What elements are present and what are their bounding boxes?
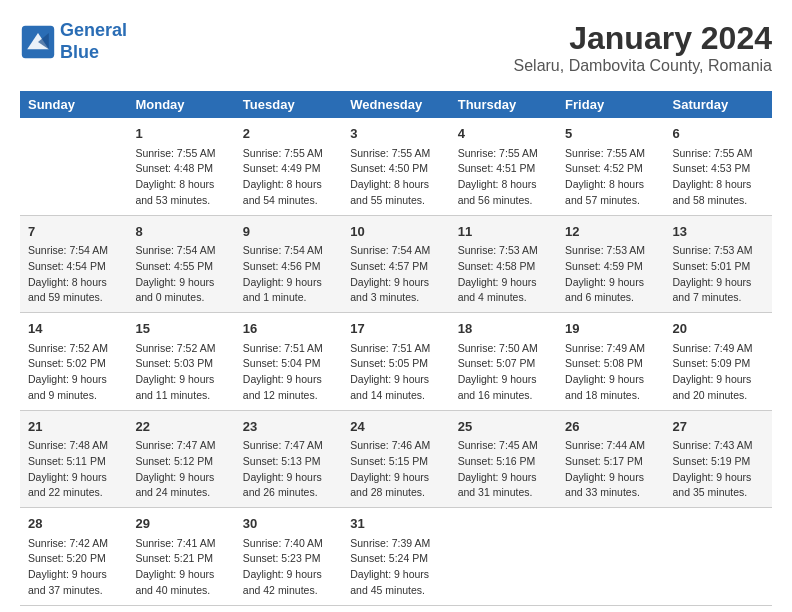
day-number: 7 — [28, 222, 119, 242]
day-cell: 27Sunrise: 7:43 AMSunset: 5:19 PMDayligh… — [665, 410, 772, 508]
logo-icon — [20, 24, 56, 60]
week-row-2: 7Sunrise: 7:54 AMSunset: 4:54 PMDaylight… — [20, 215, 772, 313]
day-number: 11 — [458, 222, 549, 242]
day-cell: 21Sunrise: 7:48 AMSunset: 5:11 PMDayligh… — [20, 410, 127, 508]
week-row-5: 28Sunrise: 7:42 AMSunset: 5:20 PMDayligh… — [20, 508, 772, 606]
day-info: Sunrise: 7:53 AMSunset: 4:59 PMDaylight:… — [565, 243, 656, 306]
day-info: Sunrise: 7:48 AMSunset: 5:11 PMDaylight:… — [28, 438, 119, 501]
day-cell: 17Sunrise: 7:51 AMSunset: 5:05 PMDayligh… — [342, 313, 449, 411]
day-info: Sunrise: 7:45 AMSunset: 5:16 PMDaylight:… — [458, 438, 549, 501]
day-cell: 25Sunrise: 7:45 AMSunset: 5:16 PMDayligh… — [450, 410, 557, 508]
day-info: Sunrise: 7:55 AMSunset: 4:53 PMDaylight:… — [673, 146, 764, 209]
day-number: 26 — [565, 417, 656, 437]
logo-line2: Blue — [60, 42, 99, 62]
day-info: Sunrise: 7:55 AMSunset: 4:50 PMDaylight:… — [350, 146, 441, 209]
day-number: 27 — [673, 417, 764, 437]
day-number: 17 — [350, 319, 441, 339]
day-number: 24 — [350, 417, 441, 437]
day-number: 10 — [350, 222, 441, 242]
day-info: Sunrise: 7:55 AMSunset: 4:51 PMDaylight:… — [458, 146, 549, 209]
day-info: Sunrise: 7:39 AMSunset: 5:24 PMDaylight:… — [350, 536, 441, 599]
day-info: Sunrise: 7:52 AMSunset: 5:02 PMDaylight:… — [28, 341, 119, 404]
day-cell: 16Sunrise: 7:51 AMSunset: 5:04 PMDayligh… — [235, 313, 342, 411]
calendar-header: SundayMondayTuesdayWednesdayThursdayFrid… — [20, 91, 772, 118]
day-info: Sunrise: 7:47 AMSunset: 5:13 PMDaylight:… — [243, 438, 334, 501]
day-cell: 12Sunrise: 7:53 AMSunset: 4:59 PMDayligh… — [557, 215, 664, 313]
day-number: 1 — [135, 124, 226, 144]
day-number: 22 — [135, 417, 226, 437]
day-info: Sunrise: 7:42 AMSunset: 5:20 PMDaylight:… — [28, 536, 119, 599]
day-cell: 13Sunrise: 7:53 AMSunset: 5:01 PMDayligh… — [665, 215, 772, 313]
day-header-thursday: Thursday — [450, 91, 557, 118]
day-info: Sunrise: 7:50 AMSunset: 5:07 PMDaylight:… — [458, 341, 549, 404]
day-number: 8 — [135, 222, 226, 242]
day-number: 19 — [565, 319, 656, 339]
day-cell: 9Sunrise: 7:54 AMSunset: 4:56 PMDaylight… — [235, 215, 342, 313]
day-number: 3 — [350, 124, 441, 144]
day-cell: 5Sunrise: 7:55 AMSunset: 4:52 PMDaylight… — [557, 118, 664, 215]
day-info: Sunrise: 7:54 AMSunset: 4:57 PMDaylight:… — [350, 243, 441, 306]
day-cell: 22Sunrise: 7:47 AMSunset: 5:12 PMDayligh… — [127, 410, 234, 508]
day-number: 9 — [243, 222, 334, 242]
day-number: 15 — [135, 319, 226, 339]
week-row-1: 1Sunrise: 7:55 AMSunset: 4:48 PMDaylight… — [20, 118, 772, 215]
day-cell: 14Sunrise: 7:52 AMSunset: 5:02 PMDayligh… — [20, 313, 127, 411]
day-info: Sunrise: 7:55 AMSunset: 4:52 PMDaylight:… — [565, 146, 656, 209]
day-cell: 2Sunrise: 7:55 AMSunset: 4:49 PMDaylight… — [235, 118, 342, 215]
day-cell: 8Sunrise: 7:54 AMSunset: 4:55 PMDaylight… — [127, 215, 234, 313]
day-number: 5 — [565, 124, 656, 144]
title-block: January 2024 Selaru, Dambovita County, R… — [514, 20, 773, 75]
day-number: 29 — [135, 514, 226, 534]
day-info: Sunrise: 7:53 AMSunset: 5:01 PMDaylight:… — [673, 243, 764, 306]
day-cell: 28Sunrise: 7:42 AMSunset: 5:20 PMDayligh… — [20, 508, 127, 606]
day-number: 13 — [673, 222, 764, 242]
day-number: 21 — [28, 417, 119, 437]
day-number: 14 — [28, 319, 119, 339]
day-info: Sunrise: 7:54 AMSunset: 4:55 PMDaylight:… — [135, 243, 226, 306]
day-cell: 18Sunrise: 7:50 AMSunset: 5:07 PMDayligh… — [450, 313, 557, 411]
day-info: Sunrise: 7:46 AMSunset: 5:15 PMDaylight:… — [350, 438, 441, 501]
day-header-saturday: Saturday — [665, 91, 772, 118]
day-number: 16 — [243, 319, 334, 339]
calendar-subtitle: Selaru, Dambovita County, Romania — [514, 57, 773, 75]
day-cell: 3Sunrise: 7:55 AMSunset: 4:50 PMDaylight… — [342, 118, 449, 215]
day-cell: 1Sunrise: 7:55 AMSunset: 4:48 PMDaylight… — [127, 118, 234, 215]
day-cell: 11Sunrise: 7:53 AMSunset: 4:58 PMDayligh… — [450, 215, 557, 313]
day-number: 4 — [458, 124, 549, 144]
day-header-sunday: Sunday — [20, 91, 127, 118]
day-header-monday: Monday — [127, 91, 234, 118]
day-number: 25 — [458, 417, 549, 437]
day-info: Sunrise: 7:49 AMSunset: 5:08 PMDaylight:… — [565, 341, 656, 404]
day-cell: 20Sunrise: 7:49 AMSunset: 5:09 PMDayligh… — [665, 313, 772, 411]
day-cell: 29Sunrise: 7:41 AMSunset: 5:21 PMDayligh… — [127, 508, 234, 606]
day-cell: 15Sunrise: 7:52 AMSunset: 5:03 PMDayligh… — [127, 313, 234, 411]
day-header-friday: Friday — [557, 91, 664, 118]
day-cell: 19Sunrise: 7:49 AMSunset: 5:08 PMDayligh… — [557, 313, 664, 411]
day-number: 23 — [243, 417, 334, 437]
day-info: Sunrise: 7:54 AMSunset: 4:54 PMDaylight:… — [28, 243, 119, 306]
day-info: Sunrise: 7:44 AMSunset: 5:17 PMDaylight:… — [565, 438, 656, 501]
day-number: 28 — [28, 514, 119, 534]
day-cell: 30Sunrise: 7:40 AMSunset: 5:23 PMDayligh… — [235, 508, 342, 606]
page-header: General Blue January 2024 Selaru, Dambov… — [20, 20, 772, 75]
day-info: Sunrise: 7:55 AMSunset: 4:49 PMDaylight:… — [243, 146, 334, 209]
day-number: 30 — [243, 514, 334, 534]
day-info: Sunrise: 7:53 AMSunset: 4:58 PMDaylight:… — [458, 243, 549, 306]
day-info: Sunrise: 7:43 AMSunset: 5:19 PMDaylight:… — [673, 438, 764, 501]
day-cell: 6Sunrise: 7:55 AMSunset: 4:53 PMDaylight… — [665, 118, 772, 215]
day-info: Sunrise: 7:41 AMSunset: 5:21 PMDaylight:… — [135, 536, 226, 599]
day-info: Sunrise: 7:55 AMSunset: 4:48 PMDaylight:… — [135, 146, 226, 209]
day-cell: 31Sunrise: 7:39 AMSunset: 5:24 PMDayligh… — [342, 508, 449, 606]
logo: General Blue — [20, 20, 127, 63]
day-number: 18 — [458, 319, 549, 339]
day-cell: 26Sunrise: 7:44 AMSunset: 5:17 PMDayligh… — [557, 410, 664, 508]
day-cell — [20, 118, 127, 215]
day-cell: 4Sunrise: 7:55 AMSunset: 4:51 PMDaylight… — [450, 118, 557, 215]
day-info: Sunrise: 7:51 AMSunset: 5:05 PMDaylight:… — [350, 341, 441, 404]
day-info: Sunrise: 7:51 AMSunset: 5:04 PMDaylight:… — [243, 341, 334, 404]
calendar-table: SundayMondayTuesdayWednesdayThursdayFrid… — [20, 91, 772, 606]
day-cell: 7Sunrise: 7:54 AMSunset: 4:54 PMDaylight… — [20, 215, 127, 313]
day-cell: 10Sunrise: 7:54 AMSunset: 4:57 PMDayligh… — [342, 215, 449, 313]
day-info: Sunrise: 7:40 AMSunset: 5:23 PMDaylight:… — [243, 536, 334, 599]
day-header-tuesday: Tuesday — [235, 91, 342, 118]
